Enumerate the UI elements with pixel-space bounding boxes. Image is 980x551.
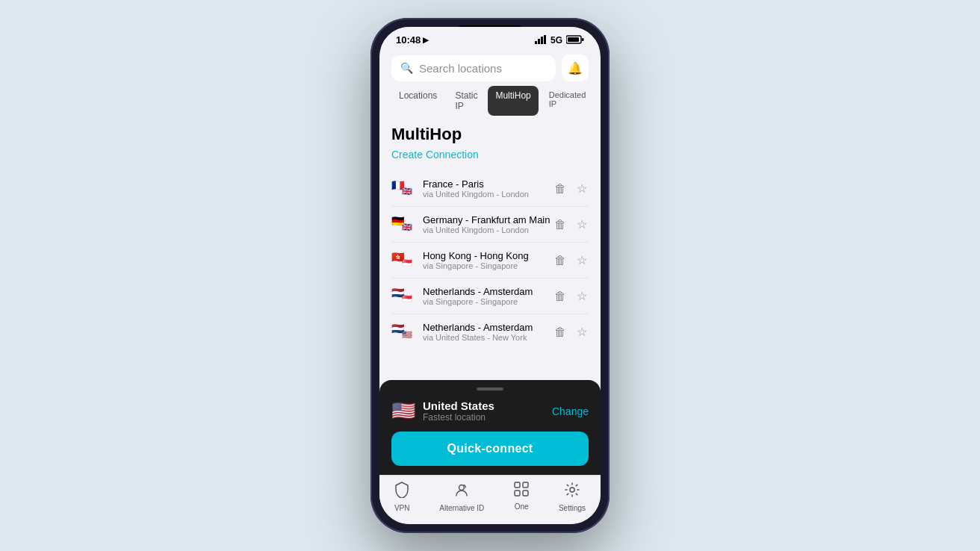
network-type: 5G <box>551 35 562 46</box>
svg-rect-0 <box>535 41 537 44</box>
svg-rect-2 <box>541 37 543 44</box>
section-title: MultiHop <box>391 125 589 144</box>
vpn-icon <box>394 482 409 502</box>
secondary-flag: 🇬🇧 <box>402 223 415 234</box>
item-actions: 🗑 ☆ <box>553 252 589 269</box>
content-area: MultiHop Create Connection 🇫🇷 🇬🇧 France … <box>379 119 601 380</box>
time-display: 10:48 <box>396 34 421 46</box>
location-name: Germany - Frankfurt am Main <box>423 214 553 225</box>
svg-rect-6 <box>582 38 584 41</box>
delete-button[interactable]: 🗑 <box>553 217 568 233</box>
item-actions: 🗑 ☆ <box>553 287 589 305</box>
item-actions: 🗑 ☆ <box>553 216 589 233</box>
phone-frame: 10:48 ▶ 5G <box>370 18 610 533</box>
favorite-button[interactable]: ☆ <box>575 287 589 305</box>
flag-stack: 🇭🇰 🇸🇬 <box>391 252 415 270</box>
vpn-label: VPN <box>394 504 410 512</box>
settings-icon <box>564 482 580 502</box>
one-label: One <box>515 502 529 511</box>
list-item: 🇩🇪 🇬🇧 Germany - Frankfurt am Main via Un… <box>391 207 589 243</box>
list-item: 🇳🇱 🇺🇸 Netherlands - Amsterdam via United… <box>391 314 589 349</box>
nav-item-alt-id[interactable]: Alternative ID <box>439 482 484 512</box>
favorite-button[interactable]: ☆ <box>575 216 589 233</box>
list-item: 🇳🇱 🇸🇬 Netherlands - Amsterdam via Singap… <box>391 278 589 314</box>
tab-static-ip[interactable]: Static IP <box>447 86 485 116</box>
tab-locations[interactable]: Locations <box>391 86 444 116</box>
list-item: 🇭🇰 🇸🇬 Hong Kong - Hong Kong via Singapor… <box>391 243 589 278</box>
notifications-button[interactable]: 🔔 <box>562 55 589 81</box>
current-location-row: 🇺🇸 United States Fastest location Change <box>391 399 589 423</box>
flag-stack: 🇫🇷 🇬🇧 <box>391 180 415 198</box>
flag-stack: 🇳🇱 🇺🇸 <box>391 323 415 341</box>
alt-id-label: Alternative ID <box>439 504 484 512</box>
flag-stack: 🇩🇪 🇬🇧 <box>391 216 415 234</box>
svg-point-7 <box>459 485 465 491</box>
settings-label: Settings <box>559 504 586 512</box>
tab-bar: Locations Static IP MultiHop Dedicated I… <box>379 86 601 116</box>
secondary-flag: 🇬🇧 <box>402 187 415 198</box>
location-via: via United Kingdom - London <box>423 225 553 234</box>
nav-item-settings[interactable]: Settings <box>559 482 586 512</box>
location-via: via Singapore - Singapore <box>423 297 553 306</box>
signal-icon <box>535 35 547 46</box>
secondary-flag: 🇸🇬 <box>402 259 415 270</box>
list-item: 🇫🇷 🇬🇧 France - Paris via United Kingdom … <box>391 171 589 207</box>
svg-rect-8 <box>515 482 520 488</box>
battery-icon <box>566 35 584 46</box>
delete-button[interactable]: 🗑 <box>553 288 568 305</box>
location-name: France - Paris <box>423 178 553 190</box>
favorite-button[interactable]: ☆ <box>575 252 589 269</box>
flag-stack: 🇳🇱 🇸🇬 <box>391 287 415 305</box>
location-info: France - Paris via United Kingdom - Lond… <box>423 178 553 199</box>
location-name: Hong Kong - Hong Kong <box>423 250 553 261</box>
country-flag: 🇺🇸 <box>391 399 415 423</box>
delete-button[interactable]: 🗑 <box>553 324 568 340</box>
location-via: via United Kingdom - London <box>423 190 553 199</box>
location-name: Netherlands - Amsterdam <box>423 322 553 333</box>
bottom-panel: 🇺🇸 United States Fastest location Change… <box>379 380 601 475</box>
phone-screen: 10:48 ▶ 5G <box>379 27 601 524</box>
nav-item-vpn[interactable]: VPN <box>394 482 410 512</box>
location-subtitle: Fastest location <box>423 412 552 423</box>
quick-connect-button[interactable]: Quick-connect <box>391 432 589 466</box>
tab-dedicated-ip[interactable]: Dedicated IP <box>542 86 594 116</box>
nav-item-one[interactable]: One <box>514 482 529 512</box>
bottom-nav: VPN Alternative ID <box>379 475 601 524</box>
delete-button[interactable]: 🗑 <box>553 252 568 269</box>
favorite-button[interactable]: ☆ <box>575 180 589 197</box>
search-row: 🔍 Search locations 🔔 <box>379 49 601 86</box>
status-time: 10:48 ▶ <box>396 34 429 46</box>
location-via: via Singapore - Singapore <box>423 261 553 270</box>
change-button[interactable]: Change <box>552 405 589 417</box>
location-via: via United States - New York <box>423 333 553 342</box>
delete-button[interactable]: 🗑 <box>553 181 568 197</box>
status-indicators: 5G <box>535 35 584 46</box>
search-placeholder[interactable]: Search locations <box>419 62 547 75</box>
secondary-flag: 🇸🇬 <box>402 295 415 305</box>
location-info: Netherlands - Amsterdam via United State… <box>423 322 553 342</box>
favorite-button[interactable]: ☆ <box>575 323 589 340</box>
location-arrow-icon: ▶ <box>423 36 429 44</box>
svg-rect-5 <box>568 37 579 42</box>
alt-id-icon <box>453 482 470 502</box>
location-info: Netherlands - Amsterdam via Singapore - … <box>423 286 553 306</box>
status-bar: 10:48 ▶ 5G <box>379 27 601 49</box>
search-icon: 🔍 <box>400 62 413 74</box>
svg-rect-3 <box>544 35 546 44</box>
svg-rect-10 <box>515 491 520 496</box>
svg-rect-9 <box>523 482 528 488</box>
location-name: Netherlands - Amsterdam <box>423 286 553 297</box>
svg-rect-11 <box>523 491 528 496</box>
tab-multihop[interactable]: MultiHop <box>488 86 538 116</box>
one-icon <box>514 482 529 500</box>
secondary-flag: 🇺🇸 <box>402 331 415 341</box>
svg-rect-1 <box>538 39 540 44</box>
create-connection-link[interactable]: Create Connection <box>391 149 589 161</box>
search-bar[interactable]: 🔍 Search locations <box>391 55 556 81</box>
location-info: Germany - Frankfurt am Main via United K… <box>423 214 553 234</box>
bell-icon: 🔔 <box>568 61 583 75</box>
drag-handle <box>477 387 503 390</box>
location-list: 🇫🇷 🇬🇧 France - Paris via United Kingdom … <box>391 171 589 349</box>
country-name: United States <box>423 399 552 412</box>
svg-point-12 <box>570 488 574 492</box>
